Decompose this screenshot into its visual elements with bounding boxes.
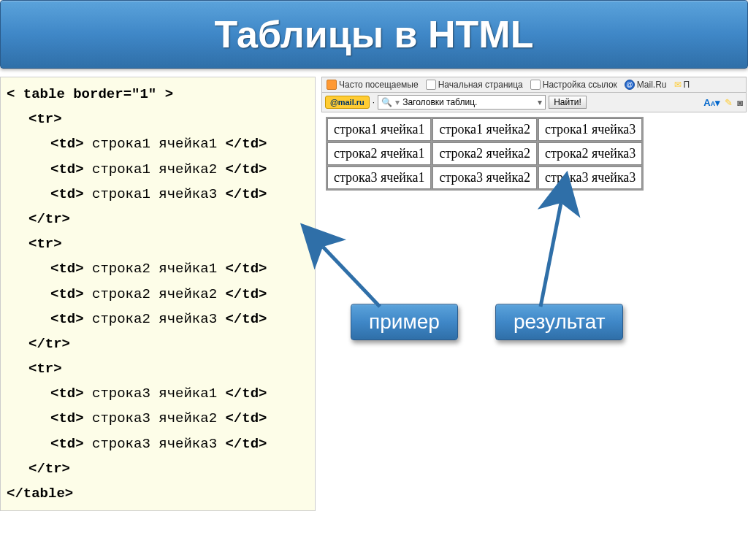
highlight-icon[interactable]: ✎ bbox=[725, 97, 733, 108]
result-table: строка1 ячейка1 строка1 ячейка2 строка1 … bbox=[326, 117, 644, 191]
folder-icon bbox=[327, 80, 337, 90]
code-line: < table border="1" > bbox=[7, 86, 173, 102]
table-row: строка1 ячейка1 строка1 ячейка2 строка1 … bbox=[327, 118, 642, 141]
table-cell: строка1 ячейка1 bbox=[327, 118, 431, 141]
table-cell: строка1 ячейка2 bbox=[432, 118, 536, 141]
code-line: </table> bbox=[7, 486, 73, 502]
code-line: <tr> bbox=[7, 356, 309, 381]
code-line: <td> строка1 ячейка1 </td> bbox=[7, 131, 309, 156]
code-line: <td> строка1 ячейка3 </td> bbox=[7, 182, 309, 207]
bookmark-item[interactable]: Начальная страница bbox=[426, 80, 523, 90]
mail-logo[interactable]: @mail.ru bbox=[325, 96, 370, 109]
mail-icon: @ bbox=[625, 80, 635, 90]
code-line: <td> строка3 ячейка2 </td> bbox=[7, 406, 309, 431]
code-example-panel: < table border="1" > <tr> <td> строка1 я… bbox=[0, 77, 316, 511]
table-cell: строка2 ячейка3 bbox=[538, 142, 642, 165]
code-line: <td> строка1 ячейка2 </td> bbox=[7, 157, 309, 182]
table-row: строка3 ячейка1 строка3 ячейка2 строка3 … bbox=[327, 166, 642, 189]
bookmark-item[interactable]: ✉П bbox=[674, 80, 690, 90]
table-cell: строка2 ячейка1 bbox=[327, 142, 431, 165]
page-icon bbox=[530, 80, 541, 90]
bookmark-item[interactable]: @Mail.Ru bbox=[625, 80, 667, 90]
browser-result-panel: Часто посещаемые Начальная страница Наст… bbox=[321, 77, 747, 195]
label-result: результат bbox=[495, 304, 623, 340]
find-button[interactable]: Найти! bbox=[549, 96, 587, 109]
label-example: пример bbox=[351, 304, 458, 340]
table-cell: строка1 ячейка3 bbox=[538, 118, 642, 141]
bookmark-item[interactable]: Часто посещаемые bbox=[327, 80, 419, 90]
code-line: <tr> bbox=[7, 107, 309, 131]
search-input[interactable]: 🔍 ▾ Заголовки таблиц. ▾ bbox=[378, 95, 546, 110]
page-icon bbox=[426, 80, 436, 90]
code-line: </tr> bbox=[7, 207, 309, 231]
separator: · bbox=[373, 97, 375, 107]
table-cell: строка3 ячейка2 bbox=[432, 166, 536, 189]
code-line: <tr> bbox=[7, 231, 309, 256]
code-line: </tr> bbox=[7, 456, 309, 481]
slide-title-bar: Таблицы в HTML bbox=[0, 0, 748, 69]
code-line: </tr> bbox=[7, 331, 309, 356]
code-line: <td> строка2 ячейка3 </td> bbox=[7, 307, 309, 331]
envelope-icon: ✉ bbox=[674, 80, 682, 90]
table-row: строка2 ячейка1 строка2 ячейка2 строка2 … bbox=[327, 142, 642, 165]
code-line: <td> строка2 ячейка1 </td> bbox=[7, 256, 309, 281]
bookmark-item[interactable]: Настройка ссылок bbox=[530, 80, 617, 90]
dropdown-arrow-icon: ▾ bbox=[395, 97, 400, 107]
search-text: Заголовки таблиц. bbox=[402, 97, 477, 107]
table-cell: строка2 ячейка2 bbox=[432, 142, 536, 165]
slide-title: Таблицы в HTML bbox=[215, 12, 534, 56]
bookmarks-toolbar: Часто посещаемые Начальная страница Наст… bbox=[321, 77, 747, 93]
code-line: <td> строка3 ячейка3 </td> bbox=[7, 431, 309, 456]
search-icon: 🔍 bbox=[381, 97, 392, 107]
table-cell: строка3 ячейка1 bbox=[327, 166, 431, 189]
table-cell: строка3 ячейка3 bbox=[538, 166, 642, 189]
font-size-icon[interactable]: AA▾ bbox=[703, 97, 720, 108]
code-line: <td> строка2 ячейка2 </td> bbox=[7, 282, 309, 307]
search-toolbar: @mail.ru · 🔍 ▾ Заголовки таблиц. ▾ Найти… bbox=[321, 93, 747, 112]
camera-icon[interactable]: ◙ bbox=[737, 97, 743, 108]
code-line: <td> строка3 ячейка1 </td> bbox=[7, 381, 309, 406]
dropdown-icon[interactable]: ▾ bbox=[538, 97, 542, 107]
